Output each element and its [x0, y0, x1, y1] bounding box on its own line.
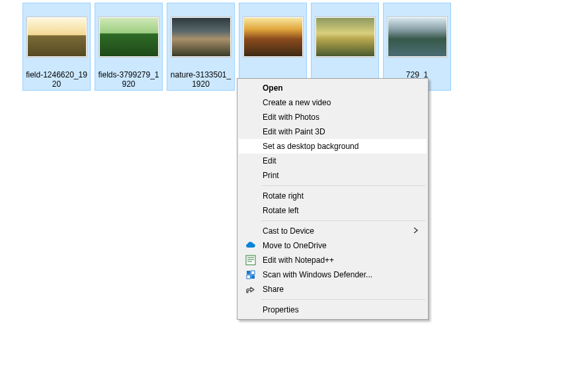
menu-item-scan-with-windows-defender[interactable]: Scan with Windows Defender... [239, 267, 427, 282]
menu-item-label: Cast to Device [263, 226, 407, 236]
menu-separator [261, 220, 425, 221]
menu-item-label: Edit with Notepad++ [263, 256, 407, 265]
menu-item-label: Properties [263, 305, 407, 314]
svg-rect-0 [246, 256, 255, 265]
svg-rect-4 [251, 275, 255, 279]
menu-item-open[interactable]: Open [239, 81, 427, 95]
menu-item-label: Edit [263, 156, 407, 165]
menu-item-share[interactable]: Share [239, 282, 427, 297]
file-explorer-icon-view: field-1246620_1920fields-3799279_1920nat… [0, 0, 588, 91]
menu-item-edit-with-photos[interactable]: Edit with Photos [239, 110, 427, 124]
thumbnail-image [97, 5, 161, 69]
menu-item-label: Open [263, 83, 407, 93]
menu-separator [261, 299, 425, 300]
menu-separator [261, 185, 425, 186]
file-name-label: field-1246620_1920 [24, 70, 89, 89]
menu-item-label: Move to OneDrive [263, 241, 407, 250]
menu-item-label: Print [263, 171, 407, 180]
file-name-label: fields-3799279_1920 [97, 70, 161, 89]
menu-item-label: Rotate left [263, 206, 407, 215]
menu-item-create-a-new-video[interactable]: Create a new video [239, 95, 427, 110]
thumbnail-image [386, 5, 449, 69]
menu-item-cast-to-device[interactable]: Cast to Device [239, 224, 427, 238]
menu-item-label: Set as desktop background [263, 142, 407, 151]
defender-icon [245, 269, 256, 280]
file-thumbnail[interactable]: fields-3799279_1920 [95, 3, 163, 91]
file-name-label: nature-3133501_1920 [169, 70, 233, 89]
thumbnail-image [241, 5, 305, 69]
menu-item-properties[interactable]: Properties [239, 303, 427, 317]
menu-item-label: Edit with Paint 3D [263, 127, 407, 136]
menu-item-print[interactable]: Print [239, 168, 427, 183]
share-icon [245, 284, 256, 295]
thumbnail-image [169, 5, 233, 69]
menu-item-label: Rotate right [263, 191, 407, 201]
onedrive-icon [245, 240, 256, 251]
menu-item-edit-with-paint-3d[interactable]: Edit with Paint 3D [239, 124, 427, 139]
menu-item-rotate-right[interactable]: Rotate right [239, 189, 427, 203]
menu-item-set-as-desktop-background[interactable]: Set as desktop background [239, 139, 427, 154]
notepadpp-icon [245, 255, 256, 265]
menu-item-rotate-left[interactable]: Rotate left [239, 203, 427, 218]
menu-item-label: Create a new video [263, 98, 407, 107]
thumbnail-image [25, 5, 89, 69]
context-menu: OpenCreate a new videoEdit with PhotosEd… [237, 78, 429, 320]
thumbnail-image [314, 5, 377, 69]
menu-item-edit-with-notepad[interactable]: Edit with Notepad++ [239, 253, 427, 267]
menu-item-label: Share [263, 285, 407, 294]
submenu-arrow-icon [413, 226, 419, 236]
svg-rect-1 [247, 271, 251, 275]
file-thumbnail[interactable]: nature-3133501_1920 [167, 3, 235, 91]
menu-item-label: Scan with Windows Defender... [263, 270, 407, 279]
menu-item-move-to-onedrive[interactable]: Move to OneDrive [239, 238, 427, 253]
menu-item-edit[interactable]: Edit [239, 154, 427, 168]
svg-rect-3 [247, 275, 251, 279]
file-thumbnail[interactable]: field-1246620_1920 [22, 3, 91, 91]
menu-item-label: Edit with Photos [263, 113, 407, 122]
svg-rect-2 [251, 271, 255, 275]
